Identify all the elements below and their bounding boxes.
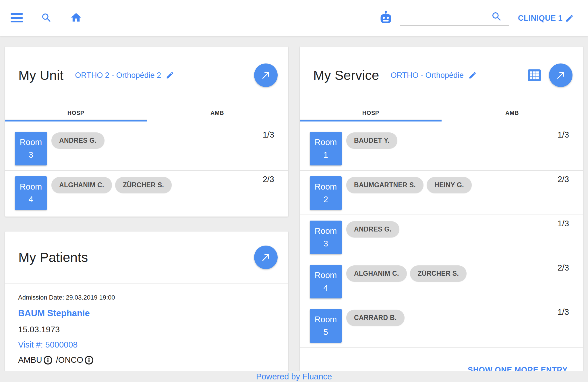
my-unit-card: My Unit ORTHO 2 - Orthopédie 2 HOSP AMB (5, 47, 288, 217)
my-unit-tabs: HOSP AMB (5, 104, 288, 121)
edit-icon (565, 14, 574, 23)
patient-chip[interactable]: BAUMGARTNER S. (346, 177, 423, 193)
room-row: Room 4 ALGHANIM C. ZÜRCHER S. 2/3 (300, 259, 583, 303)
patient-chips: ANDRES G. (346, 221, 403, 238)
grid-view-icon[interactable] (527, 68, 541, 82)
my-service-open-button[interactable] (549, 63, 572, 87)
open-arrow-icon (260, 252, 271, 263)
divider (300, 347, 583, 348)
patient-chip[interactable]: CARRARD B. (346, 310, 405, 326)
room-number: 5 (323, 326, 328, 339)
my-service-header: My Service ORTHO - Orthopédie (300, 47, 583, 104)
clinic-switcher[interactable]: CLINIQUE 1 (518, 0, 574, 36)
patient-chip[interactable]: ZÜRCHER S. (115, 177, 172, 193)
divider (5, 363, 288, 363)
room-tile[interactable]: Room 4 (310, 265, 342, 298)
my-service-room-list: Room 1 BAUDET Y. 1/3 Room 2 BAUMGARTNER … (300, 121, 583, 347)
occupancy-count: 1/3 (558, 219, 569, 228)
occupancy-count: 1/3 (263, 130, 274, 140)
menu-icon[interactable] (11, 13, 23, 22)
room-tile[interactable]: Room 3 (15, 132, 47, 165)
room-row: Room 4 ALGHANIM C. ZÜRCHER S. 2/3 (5, 170, 288, 215)
flag-onco: /ONCO (56, 355, 83, 365)
tab-hosp[interactable]: HOSP (300, 104, 442, 121)
edit-icon (166, 71, 174, 80)
patient-chips: BAUMGARTNER S. HEINY G. (346, 177, 475, 193)
room-row: Room 3 ANDRES G. 1/3 (300, 215, 583, 259)
room-number: 4 (28, 193, 33, 206)
show-more-entry-link[interactable]: SHOW ONE MORE ENTRY (468, 366, 568, 371)
edit-icon (468, 71, 477, 80)
my-unit-room-list: Room 3 ANDRES G. 1/3 Room 4 ALGHANIM C. … (5, 121, 288, 215)
room-row: Room 1 BAUDET Y. 1/3 (300, 126, 583, 170)
patient-chip[interactable]: BAUDET Y. (346, 132, 397, 149)
room-number: 3 (28, 149, 33, 161)
room-word: Room (315, 269, 337, 282)
room-word: Room (315, 181, 337, 193)
active-tab-indicator (300, 119, 442, 121)
room-word: Room (20, 181, 42, 193)
app-header: CLINIQUE 1 (0, 0, 588, 36)
my-unit-title: My Unit (18, 67, 63, 83)
active-tab-indicator (5, 119, 147, 121)
flag-ambu: AMBU (18, 355, 42, 365)
my-unit-header: My Unit ORTHO 2 - Orthopédie 2 (5, 47, 288, 104)
room-row: Room 3 ANDRES G. 1/3 (5, 126, 288, 170)
room-number: 4 (323, 282, 328, 294)
room-word: Room (315, 313, 337, 326)
room-number: 2 (323, 193, 328, 206)
room-tile[interactable]: Room 5 (310, 309, 342, 343)
my-service-subtitle[interactable]: ORTHO - Orthopédie (390, 71, 477, 80)
room-tile[interactable]: Room 2 (310, 176, 342, 210)
open-arrow-icon (260, 70, 271, 81)
patient-chips: CARRARD B. (346, 310, 408, 326)
room-word: Room (315, 136, 337, 149)
tab-hosp-label: HOSP (362, 110, 379, 116)
room-row: Room 5 CARRARD B. 1/3 (300, 303, 583, 347)
tab-amb-label: AMB (505, 110, 519, 116)
room-tile[interactable]: Room 1 (310, 132, 342, 165)
my-unit-subtitle[interactable]: ORTHO 2 - Orthopédie 2 (75, 71, 174, 80)
powered-by-link[interactable]: Powered by Fluance (256, 372, 332, 381)
tab-amb[interactable]: AMB (147, 104, 288, 121)
search-icon[interactable] (41, 12, 52, 24)
patient-flags: AMBU /ONCO (18, 355, 275, 365)
room-tile[interactable]: Room 4 (15, 176, 47, 210)
room-number: 1 (323, 149, 328, 161)
patient-chip[interactable]: ANDRES G. (51, 132, 105, 149)
room-row: Room 2 BAUMGARTNER S. HEINY G. 2/3 (300, 170, 583, 215)
my-service-tabs: HOSP AMB (300, 104, 583, 121)
patient-chip[interactable]: ANDRES G. (346, 221, 399, 238)
patient-chip[interactable]: ALGHANIM C. (51, 177, 112, 193)
patient-entry: Admission Date: 29.03.2019 19:00 BAUM St… (5, 283, 288, 365)
my-patients-open-button[interactable] (254, 246, 278, 269)
room-word: Room (20, 136, 42, 149)
patient-chip[interactable]: ZÜRCHER S. (410, 265, 467, 282)
tab-hosp[interactable]: HOSP (5, 104, 147, 121)
patient-chips: BAUDET Y. (346, 132, 401, 149)
occupancy-count: 1/3 (558, 130, 569, 140)
app-footer: Powered by Fluance (0, 371, 588, 382)
header-search-submit-icon[interactable] (491, 11, 502, 22)
room-number: 3 (323, 238, 328, 250)
my-unit-subtitle-label: ORTHO 2 - Orthopédie 2 (75, 71, 161, 80)
tab-amb-label: AMB (210, 110, 224, 116)
my-unit-open-button[interactable] (254, 63, 278, 87)
patient-chips: ALGHANIM C. ZÜRCHER S. (346, 265, 470, 282)
room-word: Room (315, 225, 337, 238)
patient-chips: ANDRES G. (51, 132, 108, 149)
tab-amb[interactable]: AMB (442, 104, 583, 121)
room-tile[interactable]: Room 3 (310, 221, 342, 254)
my-service-card: My Service ORTHO - Orthopédie HOSP A (300, 47, 583, 371)
open-arrow-icon (555, 70, 566, 81)
patient-chip[interactable]: ALGHANIM C. (346, 265, 407, 282)
patient-name-link[interactable]: BAUM Stephanie (18, 308, 275, 319)
visit-number-link[interactable]: Visit #: 5000008 (18, 340, 275, 350)
occupancy-count: 1/3 (558, 307, 569, 317)
admission-date: Admission Date: 29.03.2019 19:00 (18, 294, 275, 301)
patient-chips: ALGHANIM C. ZÜRCHER S. (51, 177, 175, 193)
home-icon[interactable] (70, 11, 82, 24)
patient-chip[interactable]: HEINY G. (427, 177, 472, 193)
robot-icon[interactable] (378, 10, 393, 25)
my-service-title: My Service (313, 67, 379, 83)
